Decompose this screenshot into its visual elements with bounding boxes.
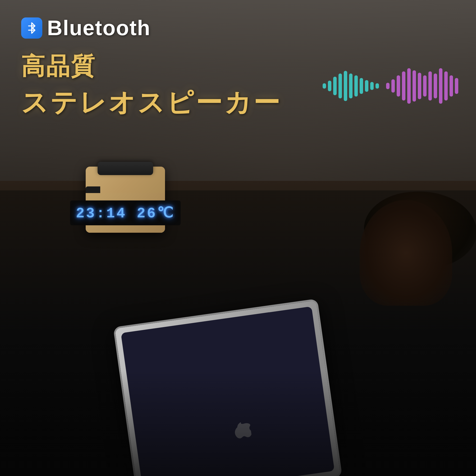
svg-rect-11 [376,83,379,89]
svg-rect-15 [402,71,405,100]
person-head [360,200,452,306]
svg-rect-10 [370,82,374,90]
bottom-gradient-overlay [0,370,476,476]
speaker-front: 23:14 26℃ [86,193,165,233]
title-line2: ステレオスピーカー [21,85,282,121]
svg-rect-12 [386,83,390,89]
svg-rect-16 [407,68,411,104]
svg-rect-5 [344,71,347,101]
sound-wave-visualization [323,63,460,108]
svg-rect-22 [439,68,442,104]
svg-rect-23 [444,71,448,100]
svg-rect-3 [333,77,337,95]
svg-rect-9 [365,80,368,92]
svg-rect-14 [397,75,400,97]
svg-rect-21 [434,74,437,98]
svg-rect-2 [328,81,331,91]
bluetooth-icon-circle [21,17,42,39]
svg-rect-18 [418,73,421,99]
svg-rect-19 [423,75,427,97]
svg-rect-13 [391,79,395,93]
main-container: 23:14 26℃ Bluetooth 高品質 ステレオスピーカー [0,0,476,476]
svg-rect-4 [338,74,342,98]
speaker-device: 23:14 26℃ [86,167,165,233]
svg-rect-20 [428,71,432,100]
clock-display: 23:14 26℃ [70,200,181,225]
svg-rect-25 [455,78,458,94]
bluetooth-badge: Bluetooth [21,16,150,40]
svg-rect-24 [450,75,453,97]
svg-rect-17 [413,70,416,102]
svg-rect-6 [349,74,353,98]
clock-time-temp: 23:14 26℃ [76,205,175,222]
svg-rect-8 [360,78,363,94]
svg-rect-1 [323,83,326,89]
bluetooth-label: Bluetooth [47,16,150,40]
product-title: 高品質 ステレオスピーカー [21,50,282,121]
svg-rect-7 [354,75,358,97]
phone-on-speaker [98,162,153,175]
title-line1: 高品質 [21,50,282,83]
bluetooth-icon [25,21,39,35]
